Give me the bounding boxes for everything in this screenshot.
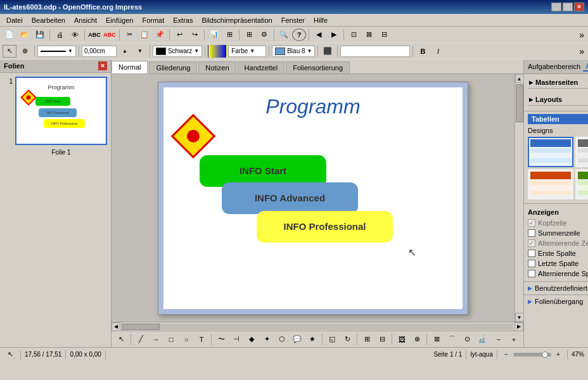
draw-text[interactable]: T xyxy=(195,333,208,346)
draw-eyedropper[interactable]: 🔬 xyxy=(475,333,489,346)
text-style-input[interactable] xyxy=(340,46,410,57)
vscroll-thumb[interactable] xyxy=(516,84,523,122)
tab-notizen[interactable]: Notizen xyxy=(198,61,236,73)
draw-line[interactable]: ╱ xyxy=(134,333,148,346)
menu-datei[interactable]: Datei xyxy=(3,16,27,25)
draw-zoom-minus[interactable]: − xyxy=(492,333,506,346)
toolbar-expand[interactable]: » xyxy=(578,30,585,40)
paste-button[interactable]: 📌 xyxy=(153,28,167,41)
slide-editor[interactable]: Programm INFO Start INFO xyxy=(112,74,514,322)
help-button[interactable]: ? xyxy=(292,28,306,41)
btn-info-advanced[interactable]: INFO Advanced xyxy=(222,182,358,214)
print-button[interactable]: 🖨 xyxy=(53,28,67,41)
extra-btn3[interactable]: ⊟ xyxy=(377,28,391,41)
cb-kopfzeile-box[interactable] xyxy=(528,219,535,227)
diamond-shape[interactable] xyxy=(171,113,216,158)
zoom-thumb[interactable] xyxy=(542,352,548,358)
line-color-dropdown[interactable]: Schwarz ▼ xyxy=(153,46,202,57)
cut-button[interactable]: ✂ xyxy=(122,28,136,41)
font-bold[interactable]: B xyxy=(416,45,430,58)
zoom-out[interactable]: − xyxy=(501,350,511,360)
nav-prev[interactable]: ◀ xyxy=(312,28,326,41)
zoom-slider[interactable]: − + xyxy=(501,350,563,360)
pos-down[interactable]: ▼ xyxy=(133,45,147,58)
open-button[interactable]: 📂 xyxy=(18,28,32,41)
cb-summenzeile-box[interactable] xyxy=(528,229,535,237)
tab-gliederung[interactable]: Gliederung xyxy=(149,61,197,73)
draw-curves[interactable]: 〜 xyxy=(214,333,228,346)
layouts-header[interactable]: ▶ Layouts xyxy=(528,94,588,106)
draw-special2[interactable]: ⊙ xyxy=(460,333,474,346)
draw-align[interactable]: ⊞ xyxy=(360,333,374,346)
fill-color-dropdown[interactable]: Blau 8 ▼ xyxy=(272,46,315,57)
preview-button[interactable]: 👁 xyxy=(68,28,82,41)
menu-bearbeiten[interactable]: Bearbeiten xyxy=(28,16,69,25)
design-thumb-3[interactable] xyxy=(528,169,573,200)
menu-ansicht[interactable]: Ansicht xyxy=(70,16,101,25)
menu-extras[interactable]: Extras xyxy=(169,16,196,25)
extra-btn1[interactable]: ⊡ xyxy=(347,28,361,41)
draw-bezier[interactable]: ⌒ xyxy=(445,333,459,346)
draw-group[interactable]: ⊟ xyxy=(375,333,389,346)
cb-alt-spalten-box[interactable] xyxy=(528,270,535,277)
design-thumb-1[interactable] xyxy=(528,137,573,167)
cb-alt-zeilen-box[interactable] xyxy=(528,239,535,247)
tab-normal[interactable]: Normal xyxy=(112,61,148,73)
animation-section[interactable]: ▶ Benutzerdefinierte Animation xyxy=(524,281,588,294)
new-button[interactable]: 📄 xyxy=(3,28,16,41)
masterseiten-header[interactable]: ▶ Masterseiten xyxy=(528,77,588,89)
options-button[interactable]: ⚙ xyxy=(257,28,271,41)
menu-hilfe[interactable]: Hilfe xyxy=(310,16,331,25)
save-button[interactable]: 💾 xyxy=(33,28,47,41)
menu-format[interactable]: Format xyxy=(138,16,168,25)
vscroll-down[interactable]: ▼ xyxy=(515,313,524,322)
draw-special[interactable]: ✦ xyxy=(260,333,274,346)
tab-foliensortierung[interactable]: Foliensortierung xyxy=(286,61,350,73)
draw-ellipse[interactable]: ○ xyxy=(179,333,193,346)
draw-stars[interactable]: ★ xyxy=(305,333,319,346)
draw-rect[interactable]: □ xyxy=(164,333,178,346)
line-style-dropdown[interactable]: ▼ xyxy=(37,46,76,57)
zoom-track[interactable] xyxy=(513,353,551,357)
cb-erste-spalte-box[interactable] xyxy=(528,250,535,257)
menu-bildschirm[interactable]: Bildschirmpräsentation xyxy=(198,16,276,25)
minimize-button[interactable]: _ xyxy=(551,3,561,11)
copy-button[interactable]: 📋 xyxy=(137,28,151,41)
fill-icon[interactable] xyxy=(208,45,227,58)
btn-info-professional[interactable]: INFO Professional xyxy=(257,211,393,243)
close-button[interactable]: ✕ xyxy=(574,3,584,11)
design-thumb-4[interactable] xyxy=(575,169,588,200)
design-thumb-2[interactable] xyxy=(575,137,588,167)
table-button[interactable]: ⊞ xyxy=(222,28,236,41)
nav-next[interactable]: ▶ xyxy=(327,28,341,41)
position-input[interactable] xyxy=(82,46,117,57)
mode-button[interactable]: ↖ xyxy=(4,349,16,360)
draw-insert-field[interactable]: ⊕ xyxy=(410,333,424,346)
draw-flowchart[interactable]: ⬡ xyxy=(275,333,289,346)
fill-type-dropdown[interactable]: Farbe ▼ xyxy=(228,46,266,57)
hscroll-thumb[interactable] xyxy=(122,324,160,330)
cb-letzte-spalte-box[interactable] xyxy=(528,260,535,267)
slide-title[interactable]: Programm xyxy=(158,95,468,118)
grid-button[interactable]: ⊞ xyxy=(242,28,256,41)
draw-callout[interactable]: 💬 xyxy=(290,333,304,346)
font-italic[interactable]: I xyxy=(431,45,445,58)
chart-button[interactable]: 📊 xyxy=(207,28,221,41)
draw-shadow[interactable]: ◱ xyxy=(325,333,339,346)
hscroll-left[interactable]: ◀ xyxy=(112,322,120,331)
slides-panel-close[interactable]: ✕ xyxy=(98,61,107,70)
zoom-button[interactable]: 🔍 xyxy=(277,28,291,41)
transform-button[interactable]: ⊕ xyxy=(18,45,32,58)
draw-zoom-plus[interactable]: + xyxy=(507,333,521,346)
transition-section[interactable]: ▶ Folienübergang xyxy=(524,294,588,308)
autocorrect-button[interactable]: ABC xyxy=(103,28,117,41)
maximize-button[interactable]: □ xyxy=(563,3,573,11)
extra-btn2[interactable]: ⊠ xyxy=(362,28,376,41)
undo-button[interactable]: ↩ xyxy=(172,28,186,41)
draw-rotate[interactable]: ↻ xyxy=(340,333,354,346)
spell-button[interactable]: ABC xyxy=(87,28,101,41)
draw-arrow[interactable]: → xyxy=(149,333,163,346)
draw-select[interactable]: ↖ xyxy=(114,333,128,346)
vscroll-up[interactable]: ▲ xyxy=(515,74,524,83)
tab-handzettel[interactable]: Handzettel xyxy=(238,61,285,73)
